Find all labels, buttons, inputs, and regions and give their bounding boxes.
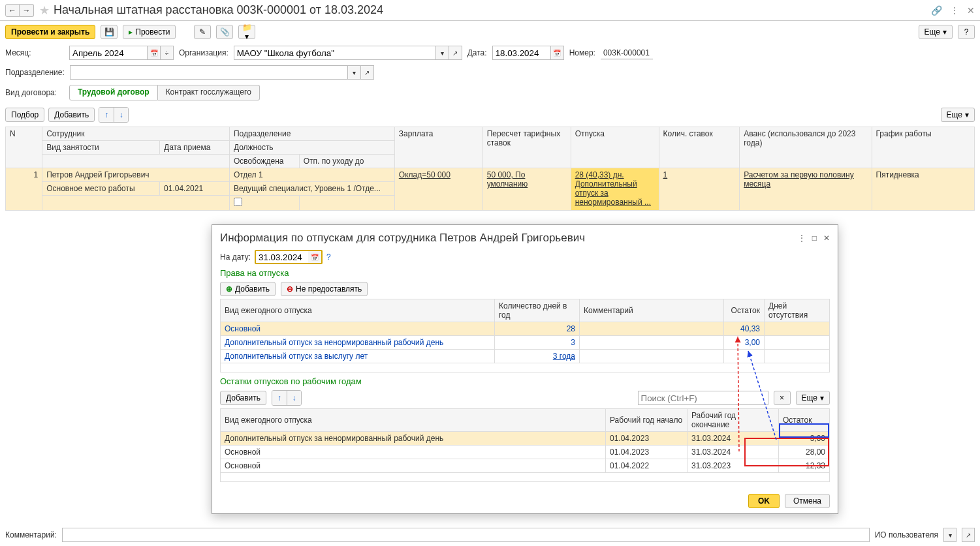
more-icon[interactable]: ⋮ bbox=[950, 5, 959, 16]
col-released: Освобождена bbox=[229, 155, 299, 168]
form-row-2: Подразделение: ▾ ↗ bbox=[0, 63, 980, 82]
attach-button[interactable]: 📎 bbox=[216, 25, 233, 39]
move-buttons: ↑ ↓ bbox=[99, 107, 129, 123]
pick-button[interactable]: Подбор bbox=[5, 108, 44, 122]
month-input-group: 📅 ÷ bbox=[69, 46, 174, 60]
org-input-group: ▾ ↗ bbox=[234, 46, 462, 60]
number-value: 003К-000001 bbox=[601, 47, 653, 59]
month-input[interactable] bbox=[69, 46, 148, 60]
main-toolbar: Провести и закрыть 💾 ▸Провести ✎ 📎 📁▾ Ещ… bbox=[0, 21, 980, 43]
dept-label: Подразделение: bbox=[5, 68, 65, 77]
col-vacations: Отпуска bbox=[571, 127, 659, 168]
close-icon[interactable]: ✕ bbox=[967, 5, 975, 16]
released-checkbox[interactable] bbox=[234, 198, 242, 206]
dept-input-group: ▾ ↗ bbox=[70, 65, 374, 80]
page-title: Начальная штатная расстановка 003К-00000… bbox=[54, 3, 931, 17]
cell-position: Ведущий специалист, Уровень 1 /Отде... bbox=[229, 182, 394, 196]
org-input[interactable] bbox=[234, 46, 436, 60]
post-close-button[interactable]: Провести и закрыть bbox=[5, 25, 95, 39]
contract-gov-button[interactable]: Контракт госслужащего bbox=[158, 85, 260, 100]
cell-advance[interactable]: Расчетом за первую половину месяца bbox=[740, 168, 872, 211]
col-recalc: Пересчет тарифных ставок bbox=[482, 127, 571, 168]
col-hire-date: Дата приема bbox=[160, 141, 230, 155]
date-calendar-icon[interactable]: 📅 bbox=[551, 46, 564, 60]
link-icon[interactable]: 🔗 bbox=[931, 5, 942, 16]
contract-labor-button[interactable]: Трудовой договор bbox=[69, 85, 158, 100]
stepper-icon[interactable]: ÷ bbox=[161, 46, 174, 60]
move-up-button[interactable]: ↑ bbox=[99, 108, 114, 122]
col-rate: Колич. ставок bbox=[659, 127, 740, 168]
post-button-label: Провести bbox=[135, 27, 170, 37]
nav-buttons: ← → bbox=[5, 4, 34, 17]
col-maternity: Отп. по уходу до bbox=[299, 155, 394, 168]
cell-salary[interactable]: Оклад=50 000 bbox=[394, 168, 482, 211]
col-emp-type: Вид занятости bbox=[42, 141, 160, 155]
cell-hire-date: 01.04.2021 bbox=[160, 182, 230, 196]
back-button[interactable]: ← bbox=[5, 4, 20, 17]
cell-emp-type: Основное место работы bbox=[42, 182, 160, 196]
open-icon[interactable]: ↗ bbox=[449, 46, 462, 60]
dept-dropdown-icon[interactable]: ▾ bbox=[348, 65, 361, 80]
more-button-label: Еще bbox=[925, 27, 940, 37]
grid-toolbar: Подбор Добавить ↑ ↓ Еще ▾ bbox=[0, 103, 980, 127]
contract-label: Вид договора: bbox=[5, 88, 64, 97]
col-dept: Подразделение bbox=[229, 127, 394, 141]
move-down-button[interactable]: ↓ bbox=[114, 108, 128, 122]
folder-button[interactable]: 📁▾ bbox=[238, 25, 255, 39]
title-bar: ← → ★ Начальная штатная расстановка 003К… bbox=[0, 0, 980, 21]
date-label: Дата: bbox=[467, 48, 487, 57]
grid-more-button[interactable]: Еще ▾ bbox=[941, 108, 975, 122]
highlight-button[interactable]: ✎ bbox=[194, 25, 211, 39]
grid-more-label: Еще bbox=[947, 110, 962, 119]
col-salary: Зарплата bbox=[394, 127, 482, 168]
date-input[interactable] bbox=[492, 46, 551, 60]
col-schedule: График работы bbox=[872, 127, 974, 168]
table-row[interactable]: 1 Петров Андрей Григорьевич Отдел 1 Окла… bbox=[6, 168, 975, 182]
cell-dept: Отдел 1 bbox=[229, 168, 394, 182]
col-position: Должность bbox=[229, 141, 394, 155]
star-icon[interactable]: ★ bbox=[39, 3, 50, 18]
date-input-group: 📅 bbox=[492, 46, 564, 60]
month-label: Месяц: bbox=[5, 48, 64, 57]
post-button[interactable]: ▸Провести bbox=[123, 25, 176, 39]
forward-button[interactable]: → bbox=[20, 4, 34, 17]
cell-rate[interactable]: 1 bbox=[659, 168, 740, 211]
title-actions: 🔗 ⋮ ✕ bbox=[931, 5, 975, 16]
org-label: Организация: bbox=[179, 48, 229, 57]
save-button[interactable]: 💾 bbox=[101, 25, 118, 39]
col-n: N bbox=[6, 127, 42, 168]
cell-employee: Петров Андрей Григорьевич bbox=[42, 168, 230, 182]
cell-recalc[interactable]: 50 000, По умолчанию bbox=[482, 168, 571, 211]
help-button[interactable]: ? bbox=[958, 25, 975, 39]
cell-n: 1 bbox=[6, 168, 42, 211]
cell-released[interactable] bbox=[229, 196, 299, 211]
main-grid[interactable]: N Сотрудник Подразделение Зарплата Перес… bbox=[5, 127, 975, 211]
more-button[interactable]: Еще ▾ bbox=[919, 25, 953, 39]
cell-vacations[interactable]: 28 (40,33) дн. Дополнительный отпуск за … bbox=[571, 168, 659, 211]
number-label: Номер: bbox=[569, 48, 595, 57]
dropdown-icon[interactable]: ▾ bbox=[436, 46, 449, 60]
dept-input[interactable] bbox=[70, 65, 348, 80]
col-employee: Сотрудник bbox=[42, 127, 230, 141]
form-row-1: Месяц: 📅 ÷ Организация: ▾ ↗ Дата: 📅 Номе… bbox=[0, 43, 980, 63]
contract-type-selector: Трудовой договор Контракт госслужащего bbox=[69, 85, 260, 100]
calendar-icon[interactable]: 📅 bbox=[148, 46, 161, 60]
cell-schedule: Пятидневка bbox=[872, 168, 974, 211]
col-advance: Аванс (использовался до 2023 года) bbox=[740, 127, 872, 168]
add-button[interactable]: Добавить bbox=[48, 108, 95, 122]
form-row-3: Вид договора: Трудовой договор Контракт … bbox=[0, 82, 980, 103]
dept-open-icon[interactable]: ↗ bbox=[361, 65, 374, 80]
